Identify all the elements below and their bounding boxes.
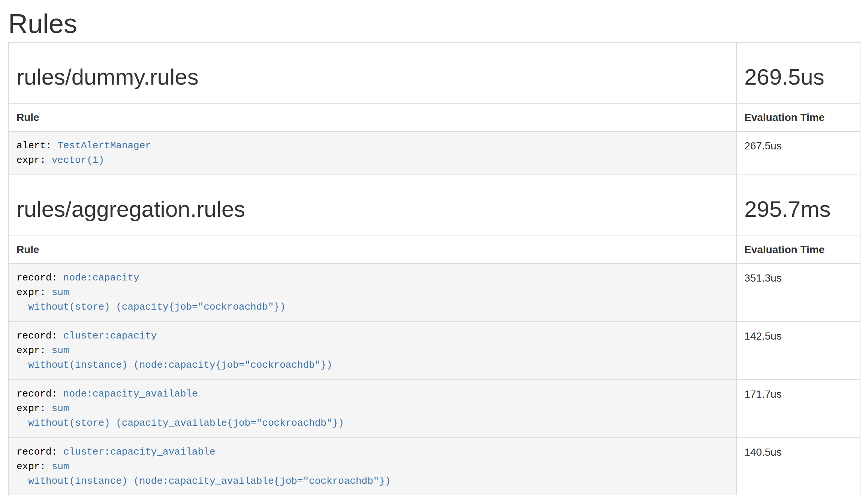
rule-code-line: expr: vector(1) — [16, 153, 729, 168]
rule-field-label: expr: — [16, 345, 52, 356]
rule-group-evaluation-time: 269.5us — [744, 64, 852, 90]
rule-field-label: record: — [16, 330, 63, 341]
rule-definition-cell: alert: TestAlertManagerexpr: vector(1) — [9, 131, 736, 175]
rules-page: Rules rules/dummy.rules 269.5us Rule Eva… — [0, 0, 868, 495]
rule-evaluation-time: 140.5us — [736, 438, 860, 495]
rule-evaluation-time: 351.3us — [736, 264, 860, 322]
rule-field-label: expr: — [16, 461, 52, 472]
rule-column-header: Rule — [9, 104, 736, 131]
rule-code: alert: TestAlertManagerexpr: vector(1) — [16, 139, 729, 168]
rule-code-line: record: cluster:capacity_available — [16, 445, 729, 459]
rule-field-label: alert: — [16, 140, 57, 151]
rule-field-label: expr: — [16, 287, 52, 298]
rule-code: record: node:capacity_availableexpr: sum… — [16, 387, 729, 431]
rule-expression-link[interactable]: sum — [52, 287, 69, 298]
rule-group-name: rules/dummy.rules — [16, 64, 729, 90]
rule-field-label — [16, 301, 28, 313]
rule-expression-link[interactable]: sum — [52, 403, 69, 414]
rule-row: record: cluster:capacity_availableexpr: … — [9, 438, 860, 495]
rule-expression-link[interactable]: node:capacity — [63, 272, 139, 283]
rule-field-label: expr: — [16, 155, 52, 166]
rule-field-label — [16, 359, 28, 371]
rule-expression-link[interactable]: without(store) (capacity_available{job="… — [28, 417, 344, 429]
evaluation-time-column-header: Evaluation Time — [736, 236, 860, 264]
rule-expression-link[interactable]: cluster:capacity — [63, 330, 157, 341]
rule-expression-link[interactable]: sum — [52, 461, 69, 472]
rule-code-line: without(store) (capacity{job="cockroachd… — [16, 300, 729, 315]
rule-evaluation-time: 267.5us — [736, 131, 860, 175]
rule-group-evaluation-cell: 269.5us — [736, 43, 860, 104]
rule-field-label: record: — [16, 446, 63, 458]
rule-definition-cell: record: cluster:capacity_availableexpr: … — [9, 438, 736, 495]
rule-code-line: without(instance) (node:capacity{job="co… — [16, 358, 729, 373]
rules-table: rules/dummy.rules 269.5us Rule Evaluatio… — [8, 42, 861, 495]
rule-row: record: cluster:capacityexpr: sum withou… — [9, 322, 860, 380]
page-title: Rules — [8, 9, 860, 39]
rule-group-name-cell: rules/dummy.rules — [9, 43, 736, 104]
column-header-row: Rule Evaluation Time — [9, 236, 860, 264]
rule-expression-link[interactable]: without(instance) (node:capacity_availab… — [28, 476, 391, 487]
rule-field-label — [16, 476, 28, 487]
rule-field-label: expr: — [16, 403, 52, 414]
rule-expression-link[interactable]: without(instance) (node:capacity{job="co… — [28, 359, 332, 371]
rule-expression-link[interactable]: cluster:capacity_available — [63, 446, 216, 458]
evaluation-time-column-header: Evaluation Time — [736, 104, 860, 131]
rule-definition-cell: record: node:capacity_availableexpr: sum… — [9, 380, 736, 438]
rule-evaluation-time: 142.5us — [736, 322, 860, 380]
rule-code-line: expr: sum — [16, 343, 729, 358]
rule-expression-link[interactable]: node:capacity_available — [63, 388, 198, 400]
rule-field-label: record: — [16, 388, 63, 400]
rule-code: record: node:capacityexpr: sum without(s… — [16, 271, 729, 315]
rule-code-line: alert: TestAlertManager — [16, 139, 729, 153]
rule-group-header-row: rules/dummy.rules 269.5us — [9, 43, 860, 104]
rule-column-header: Rule — [9, 236, 736, 264]
rule-code-line: without(store) (capacity_available{job="… — [16, 416, 729, 431]
rule-group-evaluation-cell: 295.7ms — [736, 175, 860, 236]
rule-group-evaluation-time: 295.7ms — [744, 196, 852, 222]
rule-code-line: record: node:capacity_available — [16, 387, 729, 401]
rule-row: record: node:capacity_availableexpr: sum… — [9, 380, 860, 438]
rule-group-name-cell: rules/aggregation.rules — [9, 175, 736, 236]
rule-code-line: expr: sum — [16, 401, 729, 416]
rule-group-name: rules/aggregation.rules — [16, 196, 729, 222]
rule-code: record: cluster:capacityexpr: sum withou… — [16, 329, 729, 373]
rule-definition-cell: record: node:capacityexpr: sum without(s… — [9, 264, 736, 322]
rule-expression-link[interactable]: sum — [52, 345, 69, 356]
rule-expression-link[interactable]: without(store) (capacity{job="cockroachd… — [28, 301, 286, 313]
rule-code-line: record: node:capacity — [16, 271, 729, 285]
rule-code-line: record: cluster:capacity — [16, 329, 729, 343]
rule-code-line: expr: sum — [16, 285, 729, 300]
rule-field-label — [16, 417, 28, 429]
rule-code-line: without(instance) (node:capacity_availab… — [16, 474, 729, 489]
rule-evaluation-time: 171.7us — [736, 380, 860, 438]
rule-expression-link[interactable]: vector(1) — [52, 155, 104, 166]
rule-group-header-row: rules/aggregation.rules 295.7ms — [9, 175, 860, 236]
rule-expression-link[interactable]: TestAlertManager — [57, 140, 151, 151]
rule-code-line: expr: sum — [16, 459, 729, 474]
rule-field-label: record: — [16, 272, 63, 283]
rule-code: record: cluster:capacity_availableexpr: … — [16, 445, 729, 489]
column-header-row: Rule Evaluation Time — [9, 104, 860, 131]
rule-definition-cell: record: cluster:capacityexpr: sum withou… — [9, 322, 736, 380]
rule-row: alert: TestAlertManagerexpr: vector(1) 2… — [9, 131, 860, 175]
rule-row: record: node:capacityexpr: sum without(s… — [9, 264, 860, 322]
